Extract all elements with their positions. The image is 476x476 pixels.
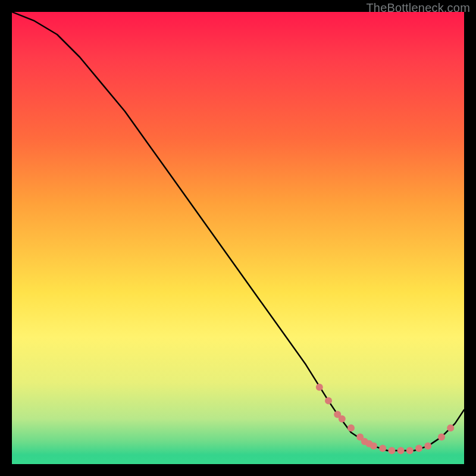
data-marker xyxy=(388,447,395,454)
data-marker xyxy=(438,433,445,440)
attribution-label: TheBottleneck.com xyxy=(366,1,470,15)
data-marker xyxy=(415,444,422,452)
data-marker xyxy=(339,415,346,422)
plot-area xyxy=(12,12,464,464)
data-marker xyxy=(406,447,414,454)
marker-group xyxy=(316,384,454,454)
data-marker xyxy=(370,443,377,450)
data-marker xyxy=(379,444,386,452)
data-marker xyxy=(424,443,431,450)
data-marker xyxy=(397,447,405,454)
data-marker xyxy=(347,424,355,431)
chart-container: TheBottleneck.com xyxy=(0,0,476,476)
data-marker xyxy=(447,424,454,431)
chart-svg xyxy=(12,12,464,464)
data-marker xyxy=(325,397,332,405)
data-marker xyxy=(316,384,323,391)
curve-line xyxy=(12,12,464,450)
